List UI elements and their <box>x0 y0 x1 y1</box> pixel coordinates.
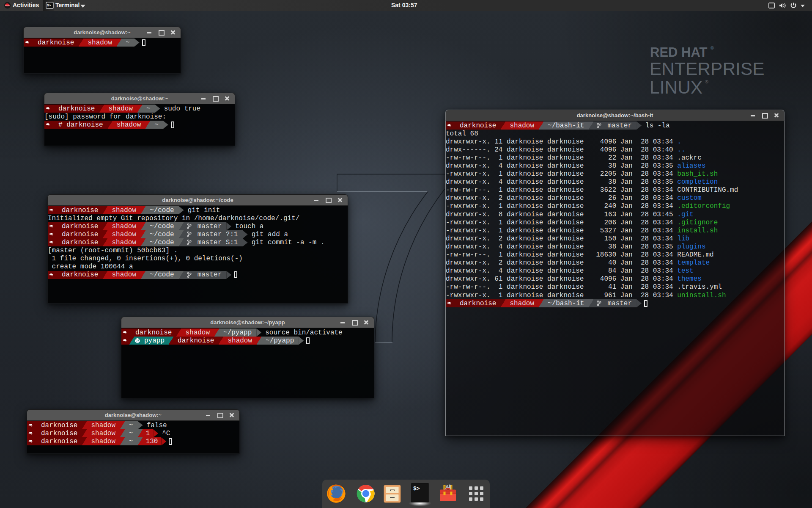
svg-text:®: ® <box>710 45 714 50</box>
svg-text:®: ® <box>705 79 708 84</box>
svg-text:$>: $> <box>413 486 420 492</box>
svg-text:LINUX: LINUX <box>650 77 702 97</box>
svg-text:$>: $> <box>47 3 51 7</box>
svg-text:ENTERPRISE: ENTERPRISE <box>650 59 765 79</box>
svg-text:RED HAT: RED HAT <box>650 45 708 60</box>
